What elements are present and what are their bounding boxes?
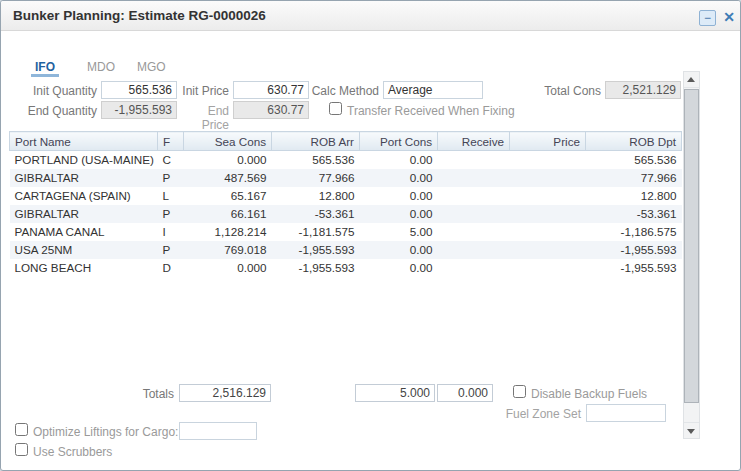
table-cell: 77.966 — [586, 169, 682, 187]
init-price-label: Init Price — [181, 84, 229, 98]
table-cell: GIBRALTAR — [10, 169, 158, 187]
table-cell: 65.167 — [184, 187, 272, 205]
table-cell: 1,128.214 — [184, 223, 272, 241]
table-cell: -1,955.593 — [272, 259, 360, 277]
fuel-zone-set-input[interactable] — [586, 404, 666, 422]
total-cons-field — [605, 81, 681, 99]
init-quantity-field[interactable] — [101, 81, 177, 99]
table-cell: 0.00 — [360, 205, 438, 223]
table-cell: -1,181.575 — [272, 223, 360, 241]
optimize-liftings-checkbox[interactable] — [15, 423, 28, 436]
column-header[interactable]: Port Name — [10, 132, 158, 151]
table-cell: -1,955.593 — [586, 259, 682, 277]
transfer-received-checkbox[interactable] — [329, 102, 342, 115]
table-cell: -1,955.593 — [586, 241, 682, 259]
table-cell: PANAMA CANAL — [10, 223, 158, 241]
vertical-scrollbar[interactable] — [683, 71, 700, 439]
total-cons-label: Total Cons — [525, 84, 601, 98]
table-cell — [510, 241, 586, 259]
table-row[interactable]: USA 25NMP769.018-1,955.5930.00-1,955.593 — [10, 241, 682, 259]
table-cell: 769.018 — [184, 241, 272, 259]
table-cell — [438, 241, 510, 259]
table-cell: 0.000 — [184, 151, 272, 169]
table-cell: 5.00 — [360, 223, 438, 241]
table-row[interactable]: PANAMA CANALI1,128.214-1,181.5755.00-1,1… — [10, 223, 682, 241]
scroll-down-button[interactable] — [684, 422, 699, 438]
column-header[interactable]: ROB Dpt — [586, 132, 682, 151]
bunker-table-body: PORTLAND (USA-MAINE)C0.000565.5360.00565… — [10, 151, 682, 277]
table-cell — [438, 151, 510, 169]
table-cell: -53.361 — [272, 205, 360, 223]
column-header[interactable]: Price — [510, 132, 586, 151]
table-cell: LONG BEACH — [10, 259, 158, 277]
end-quantity-label: End Quantity — [19, 104, 97, 118]
table-cell — [510, 259, 586, 277]
table-cell — [438, 205, 510, 223]
disable-backup-fuels-label: Disable Backup Fuels — [531, 387, 647, 401]
tab-mdo[interactable]: MDO — [83, 59, 119, 77]
optimize-liftings-input[interactable] — [179, 422, 257, 440]
minimize-button[interactable]: − — [699, 10, 716, 26]
bunker-table-head-row: Port NameFSea ConsROB ArrPort ConsReceiv… — [10, 132, 682, 151]
column-header[interactable]: F — [158, 132, 184, 151]
table-cell: 0.00 — [360, 259, 438, 277]
totals-sea-cons: 2,516.129 — [179, 384, 271, 402]
table-cell: 0.00 — [360, 151, 438, 169]
table-cell: GIBRALTAR — [10, 205, 158, 223]
table-row[interactable]: GIBRALTARP66.161-53.3610.00-53.361 — [10, 205, 682, 223]
table-row[interactable]: PORTLAND (USA-MAINE)C0.000565.5360.00565… — [10, 151, 682, 169]
totals-receive: 0.000 — [437, 384, 493, 402]
disable-backup-fuels-checkbox[interactable] — [513, 385, 526, 398]
table-cell — [510, 151, 586, 169]
use-scrubbers-checkbox[interactable] — [15, 443, 28, 456]
scroll-up-button[interactable] — [684, 72, 699, 88]
close-icon: ✕ — [723, 9, 735, 25]
tab-mgo[interactable]: MGO — [133, 59, 170, 77]
table-cell: P — [158, 205, 184, 223]
table-cell: -1,955.593 — [272, 241, 360, 259]
tab-ifo[interactable]: IFO — [31, 59, 59, 77]
use-scrubbers-label: Use Scrubbers — [33, 445, 112, 459]
table-cell — [438, 169, 510, 187]
bunker-table: Port NameFSea ConsROB ArrPort ConsReceiv… — [9, 131, 682, 277]
calc-method-label: Calc Method — [311, 84, 379, 98]
table-cell: 0.00 — [360, 169, 438, 187]
close-button[interactable]: ✕ — [720, 8, 738, 26]
table-cell: CARTAGENA (SPAIN) — [10, 187, 158, 205]
scrollbar-thumb[interactable] — [684, 89, 699, 403]
totals-label: Totals — [106, 387, 174, 401]
title-bar: Bunker Planning: Estimate RG-0000026 − ✕ — [1, 1, 740, 31]
transfer-received-label: Transfer Received When Fixing — [347, 104, 515, 118]
table-cell: -53.361 — [586, 205, 682, 223]
bunker-planning-window: Bunker Planning: Estimate RG-0000026 − ✕… — [0, 0, 741, 471]
table-cell: 77.966 — [272, 169, 360, 187]
table-cell: 12.800 — [586, 187, 682, 205]
table-cell: I — [158, 223, 184, 241]
optimize-liftings-label: Optimize Liftings for Cargo: — [33, 425, 178, 439]
table-cell: PORTLAND (USA-MAINE) — [10, 151, 158, 169]
table-cell: 0.00 — [360, 187, 438, 205]
table-cell: 12.800 — [272, 187, 360, 205]
column-header[interactable]: Receive — [438, 132, 510, 151]
column-header[interactable]: ROB Arr — [272, 132, 360, 151]
init-price-field[interactable] — [233, 81, 309, 99]
table-cell — [510, 223, 586, 241]
column-header[interactable]: Port Cons — [360, 132, 438, 151]
window-title: Bunker Planning: Estimate RG-0000026 — [13, 8, 266, 23]
totals-port-cons: 5.000 — [355, 384, 435, 402]
end-price-label: End Price — [181, 104, 229, 132]
table-cell: 487.569 — [184, 169, 272, 187]
table-row[interactable]: GIBRALTARP487.56977.9660.0077.966 — [10, 169, 682, 187]
end-price-field — [233, 101, 309, 119]
table-cell — [438, 223, 510, 241]
table-cell — [510, 187, 586, 205]
table-row[interactable]: LONG BEACHD0.000-1,955.5930.00-1,955.593 — [10, 259, 682, 277]
end-quantity-field — [101, 101, 177, 119]
table-cell: P — [158, 169, 184, 187]
calc-method-select[interactable]: Average — [383, 81, 483, 99]
init-quantity-label: Init Quantity — [19, 84, 97, 98]
scroll-up-icon — [687, 77, 695, 82]
table-row[interactable]: CARTAGENA (SPAIN)L65.16712.8000.0012.800 — [10, 187, 682, 205]
table-cell: L — [158, 187, 184, 205]
column-header[interactable]: Sea Cons — [184, 132, 272, 151]
